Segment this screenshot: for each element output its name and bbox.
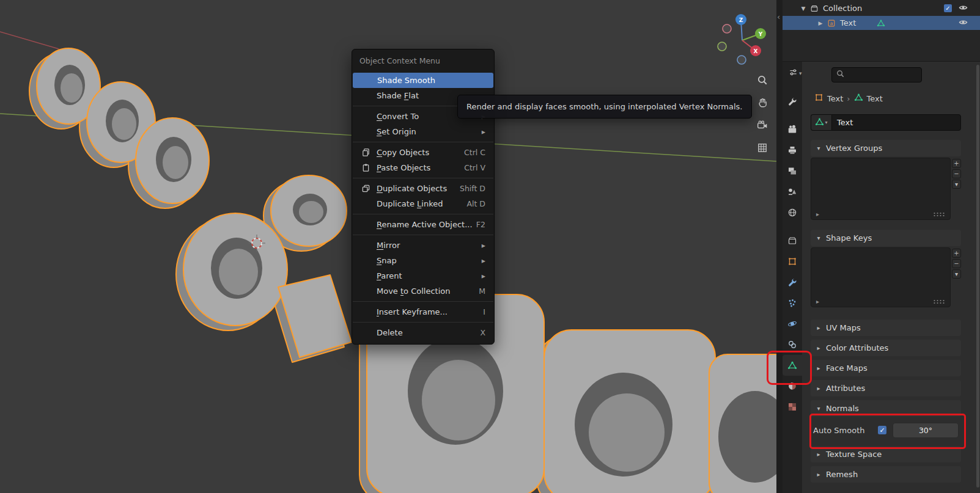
axis-neg-y[interactable] <box>718 42 726 51</box>
menu-item-snap[interactable]: Snap▸ <box>352 253 494 268</box>
submenu-arrow-icon: ▸ <box>482 241 488 250</box>
disclosure-triangle-icon[interactable]: ▼ <box>798 5 808 12</box>
properties-scrollbar[interactable] <box>976 65 979 488</box>
browse-id-button[interactable]: ▾ <box>811 114 831 131</box>
axis-gizmo[interactable]: Z Y X <box>717 12 769 65</box>
section-remesh[interactable]: ▸Remesh <box>811 466 961 483</box>
object-data-icon <box>854 93 863 104</box>
tab-render[interactable] <box>783 119 802 140</box>
paste-icon <box>358 163 373 172</box>
tab-material[interactable] <box>783 376 802 396</box>
menu-item-label: Paste Objects <box>373 163 464 172</box>
camera-view-icon[interactable] <box>754 117 770 133</box>
section-normals[interactable]: ▾Normals <box>811 400 961 417</box>
menu-item-paste-objects[interactable]: Paste ObjectsCtrl V <box>352 160 494 175</box>
pan-hand-icon[interactable] <box>754 95 770 111</box>
menu-item-shade-smooth[interactable]: Shade Smooth <box>353 73 493 88</box>
outliner-row-collection[interactable]: ▼Collection✓ <box>783 1 980 15</box>
menu-item-label: Delete <box>373 328 480 337</box>
remove-button[interactable]: − <box>952 259 961 268</box>
breadcrumb-object[interactable]: Text <box>827 94 843 103</box>
search-icon <box>836 69 845 81</box>
add-button[interactable]: + <box>952 249 961 258</box>
add-button[interactable]: + <box>952 159 961 168</box>
menu-item-shortcut: Alt D <box>466 199 488 208</box>
tab-world[interactable] <box>783 202 802 223</box>
auto-smooth-label: Auto Smooth <box>813 426 872 435</box>
tab-object[interactable] <box>783 251 802 272</box>
section-uv-maps[interactable]: ▸UV Maps <box>811 320 961 336</box>
breadcrumb-separator: › <box>847 94 850 103</box>
duplicate-icon <box>358 184 373 193</box>
remove-button[interactable]: − <box>952 169 961 178</box>
editor-divider[interactable]: ‹ <box>776 0 783 493</box>
list-side-buttons: +−▾ <box>952 158 961 220</box>
checkbox-checked[interactable]: ✓ <box>878 426 886 434</box>
collapse-arrow-icon[interactable]: ‹ <box>777 12 780 21</box>
specials-menu-button[interactable]: ▾ <box>952 180 961 189</box>
section-label: Normals <box>826 404 859 413</box>
section-shape-keys[interactable]: ▾Shape Keys <box>811 230 961 246</box>
menu-item-move-to-collection[interactable]: Move to CollectionM <box>352 283 494 299</box>
menu-separator <box>353 214 493 214</box>
list-expand-icon[interactable]: ▸ <box>816 298 819 305</box>
tab-physics[interactable] <box>783 313 802 334</box>
menu-item-parent[interactable]: Parent▸ <box>352 268 494 283</box>
specials-menu-button[interactable]: ▾ <box>952 269 961 279</box>
disclosure-triangle-icon[interactable]: ▶ <box>816 20 825 26</box>
resize-grip-icon[interactable] <box>933 212 945 217</box>
vertex-groups-list[interactable]: ▸ <box>811 158 951 220</box>
axis-neg-z[interactable] <box>737 56 746 64</box>
menu-item-mirror[interactable]: Mirror▸ <box>352 238 494 253</box>
ortho-grid-icon[interactable] <box>754 140 770 156</box>
section-color-attributes[interactable]: ▸Color Attributes <box>811 340 961 356</box>
menu-item-set-origin[interactable]: Set Origin▸ <box>352 124 494 139</box>
chevron-down-icon: ▾ <box>816 145 822 152</box>
eye-icon[interactable] <box>959 3 968 14</box>
axis-y-label: Y <box>758 31 763 37</box>
section-face-maps[interactable]: ▸Face Maps <box>811 360 961 376</box>
list-expand-icon[interactable]: ▸ <box>816 211 819 217</box>
menu-item-label: Duplicate Objects <box>373 184 460 193</box>
outliner-row-text[interactable]: ▶aText <box>783 16 980 30</box>
eye-icon[interactable] <box>959 18 968 29</box>
resize-grip-icon[interactable] <box>933 299 945 304</box>
properties-search[interactable] <box>831 67 922 82</box>
menu-item-copy-objects[interactable]: Copy ObjectsCtrl C <box>352 145 494 160</box>
tab-object-data[interactable] <box>783 355 802 376</box>
tab-view-layer[interactable] <box>783 161 802 181</box>
breadcrumb-data[interactable]: Text <box>867 94 883 103</box>
tab-tool[interactable] <box>783 91 802 112</box>
checkbox-checked[interactable]: ✓ <box>944 4 952 12</box>
tab-particles[interactable] <box>783 293 802 313</box>
menu-item-delete[interactable]: DeleteX <box>352 325 494 340</box>
tab-texture[interactable] <box>783 396 802 417</box>
tab-collection[interactable] <box>783 230 802 251</box>
breadcrumb: Text › Text <box>814 91 883 106</box>
submenu-arrow-icon: ▸ <box>482 127 488 136</box>
section-label: Face Maps <box>826 363 868 373</box>
tab-output[interactable] <box>783 140 802 161</box>
zoom-icon[interactable] <box>754 72 770 88</box>
search-input[interactable] <box>845 70 915 80</box>
section-label: Shape Keys <box>826 233 872 243</box>
menu-item-rename-active-object[interactable]: Rename Active Object...F2 <box>352 217 494 232</box>
section-vertex-groups[interactable]: ▾Vertex Groups <box>811 140 961 156</box>
editor-type-button[interactable]: ▾ <box>789 68 802 78</box>
shape-keys-list[interactable]: ▸ <box>811 247 951 307</box>
viewport-3d[interactable]: Z Y X Object Context Menu Shade SmoothSh… <box>0 0 776 493</box>
section-texture-space[interactable]: ▸Texture Space <box>811 446 961 462</box>
tab-constraints[interactable] <box>783 334 802 355</box>
axis-neg-x[interactable] <box>723 24 731 33</box>
section-attributes[interactable]: ▸Attributes <box>811 380 961 396</box>
auto-smooth-angle-field[interactable]: 30° <box>893 423 959 438</box>
properties-tab-strip <box>783 62 802 493</box>
menu-item-duplicate-objects[interactable]: Duplicate ObjectsShift D <box>352 181 494 196</box>
outliner-row-controls <box>959 18 968 29</box>
menu-item-insert-keyframe[interactable]: Insert Keyframe...I <box>352 304 494 320</box>
menu-item-duplicate-linked[interactable]: Duplicate LinkedAlt D <box>352 196 494 211</box>
data-name-field[interactable]: Text <box>831 114 961 131</box>
menu-separator <box>353 178 493 178</box>
tab-modifiers[interactable] <box>783 272 802 293</box>
tab-scene[interactable] <box>783 181 802 202</box>
